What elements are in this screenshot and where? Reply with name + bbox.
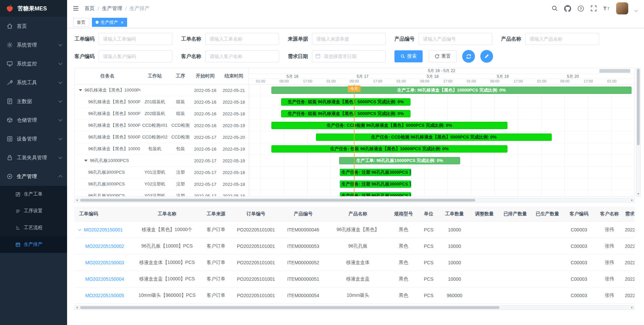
gantt-task-bar[interactable]: 生产任务: CCD检测 96孔移液盒【黑色】5000PCS 完成比例: 0%: [316, 133, 552, 141]
sidebar-item-system-tools[interactable]: 系统工具: [0, 73, 67, 92]
gantt-task-bar-selected[interactable]: 生产任务: 注塑 96孔孔板3000PCS 完成比例: 0%: [340, 169, 411, 176]
breadcrumb-separator: /: [98, 6, 99, 11]
scroll-right-arrow-icon[interactable]: [631, 199, 633, 201]
close-icon[interactable]: ×: [121, 20, 123, 25]
work-order-code-input[interactable]: [99, 33, 172, 45]
refresh-gantt-button[interactable]: [462, 50, 475, 63]
sidebar-item-production-scheduling[interactable]: 生产排产: [0, 236, 67, 253]
list-settings-icon: [15, 209, 20, 214]
sidebar-item-warehouse[interactable]: 仓储管理: [0, 111, 67, 129]
scrollbar-thumb[interactable]: [637, 69, 640, 145]
gantt-task-bar[interactable]: 生产任务: 包装 96孔移液盒【黑色】10000PCS 完成比例: 0%: [271, 145, 507, 153]
gantt-task-row[interactable]: 96孔移液盒【黑色】5000PCS CCD检测#01 CCD检测 2022-05…: [75, 120, 249, 131]
sidebar-item-tooling[interactable]: 工装夹具管理: [0, 148, 67, 167]
gantt-task-row[interactable]: 96孔孔板3000PCS Y02注塑机 注塑 2022-05-17 2022-0…: [75, 178, 249, 190]
hamburger-icon[interactable]: [72, 5, 79, 12]
product-code-input[interactable]: [419, 33, 492, 45]
sidebar-item-system-mgmt[interactable]: 系统管理: [0, 36, 67, 54]
filter-row-1: 工单编码 工单名称 来源单据 产品编号 产品名称: [74, 33, 644, 45]
gantt-task-row[interactable]: 96孔移液盒【黑色】10000PCS 2022-05-16 2022-05-21: [75, 85, 249, 96]
customer-name-input[interactable]: [205, 50, 279, 62]
gantt-task-row[interactable]: 96孔移液盒【黑色】5000PCS Z01组装机 组装 2022-05-16 2…: [75, 96, 249, 108]
sidebar-item-master-data[interactable]: 主数据: [0, 92, 67, 111]
edit-schedule-button[interactable]: [480, 50, 493, 63]
work-order-link[interactable]: MO202205150002: [85, 243, 124, 249]
gantt-bar-row: 生产任务: CCD检测 96孔移液盒【黑色】5000PCS 完成比例: 0%: [249, 131, 634, 143]
gantt-task-row[interactable]: 96孔移液盒【黑色】5000PCS Z02组装机 组装 2022-05-16 2…: [75, 108, 249, 120]
hour-tick: 09:00: [279, 79, 289, 83]
expand-caret-icon[interactable]: [78, 227, 82, 231]
font-size-icon[interactable]: TT: [603, 5, 610, 12]
monitor-icon: [7, 61, 13, 67]
work-order-link[interactable]: MO202205150004: [85, 276, 124, 282]
customer-code-input[interactable]: [99, 50, 172, 62]
table-row[interactable]: MO202205150004 移液盒盒盖【10000】PCS 客户订单 PO20…: [74, 271, 635, 287]
scroll-left-arrow-icon[interactable]: [76, 307, 78, 309]
hour-tick: 01:00: [256, 79, 265, 83]
gantt-task-row[interactable]: 96孔移液盒【黑色】10000PCS 包装机 包装 2022-05-16 202…: [75, 143, 249, 155]
search-icon[interactable]: [551, 5, 558, 12]
fullscreen-icon[interactable]: [590, 5, 597, 12]
gantt-task-row[interactable]: 96孔孔板10000PCS 2022-05-17 2022-05-19: [75, 155, 249, 167]
sidebar-item-production-mgmt[interactable]: 生产管理: [0, 167, 67, 186]
svg-text:T: T: [607, 7, 610, 11]
gantt-task-bar[interactable]: 生产任务: 组装 96孔移液盒【黑色】5000PCS 完成比例: 0%: [281, 98, 411, 106]
gantt-task-row[interactable]: 96孔孔板3000PCS Y03注塑机 注塑 2022-05-17 2022-0…: [75, 190, 249, 196]
work-order-name-input[interactable]: [205, 33, 279, 45]
sidebar-item-production-order[interactable]: 生产工单: [0, 186, 67, 203]
github-icon[interactable]: [564, 5, 571, 12]
sidebar-item-label: 首页: [17, 23, 62, 30]
avatar[interactable]: [616, 2, 628, 14]
table-row[interactable]: MO202205150001 移液盒【黑色】10000个 客户订单 PO2022…: [74, 221, 635, 238]
help-icon[interactable]: ?: [577, 5, 584, 12]
gantt-horizontal-scrollbar[interactable]: [74, 198, 635, 203]
sidebar-item-system-monitor[interactable]: 系统监控: [0, 54, 67, 73]
logo-text: 苦糖果MES: [17, 5, 47, 12]
collapse-caret-icon[interactable]: [79, 89, 82, 91]
work-order-link[interactable]: MO202205150003: [85, 260, 124, 265]
gantt-task-bar[interactable]: 生产任务: CCD检测 96孔移液盒【黑色】5000PCS 完成比例: 0%: [271, 122, 507, 129]
table-row[interactable]: MO202205150003 移液盒盒体【10000】PCS 客户订单 PO20…: [74, 254, 635, 271]
table-row[interactable]: MO202205150005 10mm吸头【960000】PCS 客户订单 PO…: [74, 287, 635, 304]
collapse-caret-icon[interactable]: [84, 160, 88, 162]
reset-button[interactable]: 重置: [429, 50, 457, 62]
demand-date-input[interactable]: [312, 50, 386, 62]
sidebar-item-home[interactable]: 首页: [0, 17, 67, 36]
search-button[interactable]: 搜索: [394, 50, 423, 62]
gantt-order-bar[interactable]: 生产工单: 96孔孔板10000PCS 完成比例: 0%: [339, 157, 460, 164]
orders-horizontal-scrollbar[interactable]: [74, 305, 635, 310]
table-row[interactable]: MO202205150002 96孔孔板【10000】PCS 客户订单 PO20…: [74, 238, 635, 254]
column-header: 开始时间: [191, 73, 219, 79]
gantt-task-row[interactable]: 96孔移液盒【黑色】5000PCS CCD检测#02 CCD检测 2022-05…: [75, 131, 249, 143]
box-icon: [7, 117, 13, 123]
scroll-down-arrow-icon[interactable]: [637, 193, 639, 195]
breadcrumb-production-mgmt[interactable]: 生产管理: [102, 5, 122, 12]
product-name-input[interactable]: [525, 33, 599, 45]
source-doc-input[interactable]: [312, 33, 386, 45]
gantt-vertical-scrollbar[interactable]: [636, 68, 641, 197]
hour-tick: 17:00: [443, 79, 452, 83]
sidebar-item-process-flow[interactable]: 工艺流程: [0, 219, 67, 236]
gantt-task-bar[interactable]: 生产任务: 组装 96孔移液盒【黑色】5000PCS 完成比例: 0%: [281, 110, 411, 117]
breadcrumb-home[interactable]: 首页: [85, 5, 95, 12]
tab-home[interactable]: 首页: [73, 18, 89, 27]
scrollbar-thumb[interactable]: [80, 199, 475, 202]
scroll-right-arrow-icon[interactable]: [631, 307, 633, 309]
orders-table: 工单编码 工单名称 工单来源 订单编号 产品编号 产品名称 规格型号 单位 工单…: [74, 207, 635, 304]
gantt-task-row[interactable]: 96孔孔板3000PCS Y01注塑机 注塑 2022-05-17 2022-0…: [75, 167, 249, 178]
work-order-link[interactable]: MO202205150001: [84, 227, 123, 232]
gantt-task-bar-selected[interactable]: 生产任务: 注塑 96孔孔板3000PCS 完成比例: 0%: [340, 180, 411, 188]
gantt-task-bar-selected[interactable]: 生产任务: 注塑 96孔孔板3000PCS 完成比例: 0%: [340, 192, 411, 196]
sidebar-item-equipment[interactable]: 设备管理: [0, 129, 67, 148]
sidebar-item-process-settings[interactable]: 工序设置: [0, 203, 67, 219]
timeline-scrollbar-thumb[interactable]: [599, 69, 630, 73]
avatar-dropdown-caret-icon[interactable]: [635, 8, 638, 12]
sidebar-item-label: 系统工具: [17, 79, 59, 86]
gantt-bar-row: 生产任务: 注塑 96孔孔板3000PCS 完成比例: 0%: [249, 178, 634, 190]
scroll-left-arrow-icon[interactable]: [76, 199, 78, 201]
gantt-order-bar[interactable]: 生产工单: 96孔移液盒【黑色】10000PCS 完成比例: 0%: [271, 87, 632, 94]
work-order-link[interactable]: MO202205150005: [85, 293, 124, 298]
scrollbar-thumb[interactable]: [80, 306, 499, 309]
tab-production-scheduling[interactable]: 生产排产 ×: [92, 18, 127, 27]
topbar: 首页 / 生产管理 / 生产排产 ? T: [67, 0, 644, 17]
